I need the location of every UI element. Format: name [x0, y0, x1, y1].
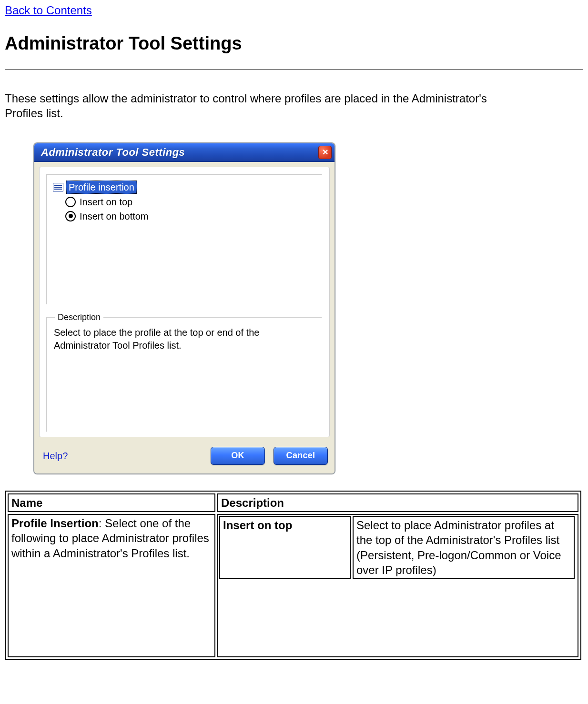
intro-paragraph: These settings allow the administrator t…: [5, 91, 496, 121]
dialog-body: Profile insertion Insert on top Insert o…: [39, 167, 330, 437]
table-row: Profile Insertion: Select one of the fol…: [8, 514, 578, 657]
name-cell: Profile Insertion: Select one of the fol…: [8, 514, 215, 657]
list-icon: [53, 183, 63, 191]
radio-icon: [65, 197, 76, 207]
tree-root-label: Profile insertion: [66, 181, 137, 194]
close-icon[interactable]: ✕: [318, 146, 332, 159]
description-cell: Insert on top Select to place Administra…: [217, 514, 578, 657]
nested-left: Insert on top: [219, 516, 351, 579]
back-to-contents-link[interactable]: Back to Contents: [5, 4, 92, 17]
dialog-button-bar: Help? OK Cancel: [34, 437, 335, 473]
table-header-row: Name Description: [8, 493, 578, 512]
tree-root[interactable]: Profile insertion: [53, 181, 316, 194]
ok-button[interactable]: OK: [211, 447, 265, 465]
dialog-screenshot: Administrator Tool Settings ✕ Profile in…: [33, 142, 583, 474]
divider: [5, 69, 583, 70]
nested-table: Insert on top Select to place Administra…: [217, 514, 577, 581]
header-name: Name: [8, 493, 215, 512]
settings-table: Name Description Profile Insertion: Sele…: [5, 491, 581, 660]
titlebar-text: Administrator Tool Settings: [41, 146, 318, 160]
radio-icon: [65, 211, 76, 221]
description-text: Select to place the profile at the top o…: [54, 326, 302, 352]
radio-label: Insert on top: [80, 196, 132, 208]
settings-listbox: Profile insertion Insert on top Insert o…: [46, 174, 323, 304]
description-group: Description Select to place the profile …: [46, 317, 323, 432]
radio-label: Insert on bottom: [80, 210, 149, 222]
dialog-window: Administrator Tool Settings ✕ Profile in…: [33, 142, 335, 474]
header-description: Description: [217, 493, 578, 512]
radio-insert-on-bottom[interactable]: Insert on bottom: [65, 210, 316, 222]
nested-right: Select to place Administrator profiles a…: [353, 516, 575, 579]
cancel-button[interactable]: Cancel: [274, 447, 328, 465]
page-title: Administrator Tool Settings: [5, 32, 583, 55]
nested-row: Insert on top Select to place Administra…: [219, 516, 575, 579]
name-bold: Profile Insertion: [11, 517, 99, 530]
radio-insert-on-top[interactable]: Insert on top: [65, 196, 316, 208]
description-legend: Description: [55, 312, 103, 323]
titlebar: Administrator Tool Settings ✕: [34, 143, 335, 162]
help-link[interactable]: Help?: [43, 450, 68, 462]
